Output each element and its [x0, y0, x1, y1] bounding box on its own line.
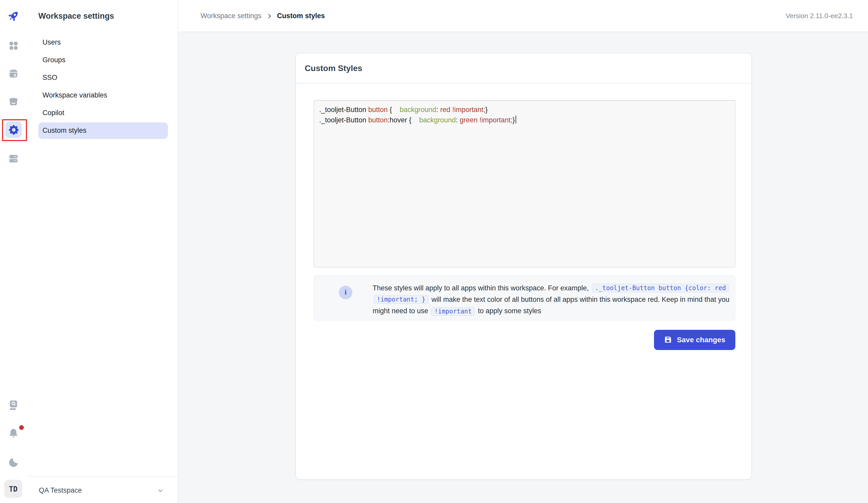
breadcrumb-current: Custom styles: [277, 12, 325, 20]
content-background: Custom Styles ._tooljet-Button button { …: [178, 32, 868, 503]
icon-rail: TD: [0, 0, 28, 503]
code-token: button: [368, 116, 388, 124]
dark-mode-moon-icon[interactable]: [7, 455, 20, 469]
code-line: ._tooljet-Button button { background: re…: [319, 105, 730, 115]
workspace-settings-active-button[interactable]: [5, 121, 22, 138]
code-token: :hover: [388, 116, 407, 124]
code-line: ._tooljet-Button button:hover { backgrou…: [319, 115, 730, 125]
breadcrumb-root-link[interactable]: Workspace settings: [200, 12, 261, 20]
sidebar-nav: UsersGroupsSSOWorkspace variablesCopilot…: [38, 34, 168, 140]
code-token: }: [513, 116, 515, 124]
info-banner: i These styles will apply to all apps wi…: [313, 275, 735, 320]
css-code-editor[interactable]: ._tooljet-Button button { background: re…: [313, 100, 735, 268]
audit-logs-icon[interactable]: [7, 398, 20, 412]
version-label: Version 2.11.0-ee2.3.1: [786, 12, 853, 20]
data-sources-icon[interactable]: [7, 152, 20, 165]
code-token: button: [368, 106, 388, 113]
workspace-name: QA Testspace: [39, 486, 82, 494]
database-icon[interactable]: [7, 67, 20, 80]
gear-icon: [9, 125, 18, 134]
topbar: Workspace settings Custom styles Version…: [178, 0, 868, 32]
floppy-disk-icon: [664, 336, 672, 344]
code-token: background: [400, 106, 436, 113]
tooljet-logo-icon[interactable]: [7, 9, 20, 23]
card-header: Custom Styles: [296, 53, 751, 83]
sidebar-item-groups[interactable]: Groups: [38, 52, 168, 69]
settings-sidebar: Workspace settings UsersGroupsSSOWorkspa…: [27, 0, 178, 503]
marketplace-icon[interactable]: [7, 95, 20, 108]
code-token: {: [407, 116, 419, 124]
apps-icon[interactable]: [7, 39, 20, 52]
workspace-switcher[interactable]: QA Testspace: [27, 476, 178, 503]
user-avatar[interactable]: TD: [4, 480, 22, 498]
code-token: }: [485, 106, 488, 113]
sidebar-item-users[interactable]: Users: [38, 34, 168, 51]
save-changes-button[interactable]: Save changes: [654, 330, 735, 350]
notification-badge: [19, 425, 24, 430]
code-token: background: [419, 116, 456, 124]
chevron-right-icon: [266, 13, 272, 19]
info-icon: i: [339, 285, 352, 299]
sidebar-title: Workspace settings: [38, 11, 114, 21]
code-token: green !important;: [459, 116, 513, 124]
info-text-segment: to apply some styles: [476, 307, 541, 315]
sidebar-item-copilot[interactable]: Copilot: [38, 105, 168, 121]
code-token: :: [436, 106, 440, 113]
text-cursor: [515, 115, 516, 123]
main-area: Workspace settings Custom styles Version…: [178, 0, 868, 503]
info-text-segment: These styles will apply to all apps with…: [373, 284, 591, 292]
code-token: {: [388, 106, 400, 113]
sidebar-item-sso[interactable]: SSO: [38, 70, 168, 86]
custom-styles-card: Custom Styles ._tooljet-Button button { …: [296, 53, 752, 480]
sidebar-item-custom-styles[interactable]: Custom styles: [38, 122, 168, 139]
sidebar-item-workspace-variables[interactable]: Workspace variables: [38, 87, 168, 104]
code-token: red !important;: [440, 106, 485, 113]
code-token: :: [456, 116, 459, 124]
code-token: ._tooljet-Button: [319, 106, 368, 113]
inline-code-chip: !important: [431, 307, 475, 316]
save-changes-label: Save changes: [677, 336, 725, 344]
card-title: Custom Styles: [305, 63, 362, 73]
code-token: ._tooljet-Button: [319, 116, 368, 124]
info-banner-text: These styles will apply to all apps with…: [373, 282, 730, 317]
chevron-down-icon: [157, 487, 164, 496]
notifications-bell-icon[interactable]: [7, 427, 20, 440]
workspace-settings-page: TD Workspace settings UsersGroupsSSOWork…: [0, 0, 868, 503]
